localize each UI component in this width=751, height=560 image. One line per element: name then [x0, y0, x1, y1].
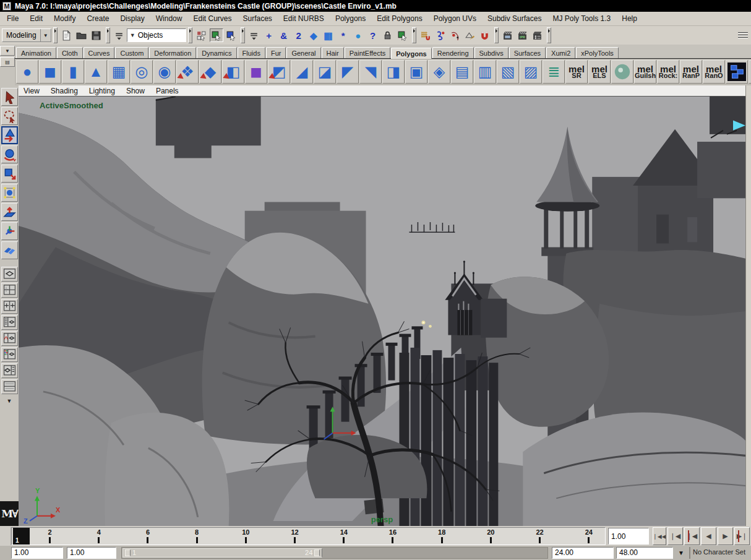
- panel-menu-lighting[interactable]: Lighting: [89, 87, 121, 95]
- layout-outliner-persp-button[interactable]: [1, 315, 18, 330]
- select-hierarchy-icon[interactable]: [195, 28, 208, 42]
- perspective-viewport[interactable]: Y X Z ActiveSmoothed persp: [19, 97, 745, 526]
- status-section-divider[interactable]: [241, 27, 245, 43]
- collapse-section-icon[interactable]: [113, 28, 126, 42]
- menu-modify[interactable]: Modify: [48, 13, 81, 24]
- time-slider[interactable]: 1 24681012141618202224: [11, 527, 606, 545]
- snap-point-toggle-icon[interactable]: 2: [292, 28, 306, 42]
- menu-mj-poly-tools-1-3[interactable]: MJ Poly Tools 1.3: [547, 13, 616, 24]
- poly-flip-icon[interactable]: ◢: [291, 60, 313, 84]
- chevron-down-icon[interactable]: ▼: [40, 29, 51, 41]
- poly-mirror-icon[interactable]: ◨: [382, 60, 405, 84]
- construction-history-icon[interactable]: ●: [351, 28, 365, 42]
- range-start-handle[interactable]: [125, 549, 131, 556]
- shelf-tab-deformation[interactable]: Deformation: [149, 47, 196, 58]
- lasso-select-tool[interactable]: [1, 107, 18, 125]
- menu-set-selector[interactable]: Modeling ▼: [2, 28, 51, 42]
- status-section-divider[interactable]: [547, 27, 551, 43]
- menu-file[interactable]: File: [1, 13, 24, 24]
- menu-surfaces[interactable]: Surfaces: [237, 13, 277, 24]
- select-tool[interactable]: [1, 88, 18, 106]
- shelf-tab-custom[interactable]: Custom: [115, 47, 148, 58]
- save-scene-icon[interactable]: [90, 28, 103, 42]
- scale-tool[interactable]: [1, 165, 18, 183]
- poly-combine-icon[interactable]: ▥: [474, 60, 496, 84]
- menu-edit[interactable]: Edit: [24, 13, 48, 24]
- right-panel-strip[interactable]: [745, 85, 751, 526]
- move-tool[interactable]: [1, 126, 18, 144]
- shelf-tab-fur[interactable]: Fur: [266, 47, 286, 58]
- menu-display[interactable]: Display: [114, 13, 150, 24]
- poly-cut-icon[interactable]: ◧: [222, 60, 244, 84]
- poly-cube-icon[interactable]: ◼: [39, 60, 61, 84]
- status-section-divider[interactable]: [412, 27, 416, 43]
- layout-two-stacked-button[interactable]: [1, 379, 18, 394]
- ipr-render-icon[interactable]: IPR: [516, 28, 530, 42]
- render-globals-icon[interactable]: [531, 28, 544, 42]
- snap-to-view-planes-icon[interactable]: [463, 28, 477, 42]
- shelf-tab-curves[interactable]: Curves: [84, 47, 115, 58]
- shelf-tab-general[interactable]: General: [286, 47, 320, 58]
- snap-plane-toggle-icon[interactable]: ◆: [307, 28, 320, 42]
- poly-extrude-icon[interactable]: ◆: [199, 60, 221, 84]
- status-section-divider[interactable]: [53, 27, 58, 43]
- collapse-section-icon[interactable]: [247, 28, 261, 42]
- layout-four-view-button[interactable]: [1, 283, 18, 298]
- selection-mask-field[interactable]: ▼Objects: [127, 28, 186, 42]
- status-section-divider[interactable]: [188, 27, 192, 43]
- playback-end-field[interactable]: [552, 547, 614, 559]
- poly-boolean-icon[interactable]: ▧: [497, 60, 519, 84]
- snap-grid-toggle-icon[interactable]: +: [262, 28, 276, 42]
- poly-cylinder-icon[interactable]: ▮: [62, 60, 84, 84]
- poly-torus-icon[interactable]: ◎: [131, 60, 153, 84]
- new-scene-icon[interactable]: [60, 28, 74, 42]
- shelf-tab-painteffects[interactable]: PaintEffects: [345, 47, 391, 58]
- live-surface-icon[interactable]: ▦: [322, 28, 335, 42]
- mel-script-sr-button[interactable]: melSR: [565, 60, 588, 84]
- menu-edit-curves[interactable]: Edit Curves: [187, 13, 237, 24]
- shelf-tab-hair[interactable]: Hair: [322, 47, 344, 58]
- shelf-tab-polygons[interactable]: Polygons: [391, 48, 432, 59]
- rotate-tool[interactable]: [1, 145, 18, 163]
- shelf-tab-surfaces[interactable]: Surfaces: [509, 47, 546, 58]
- character-set-menu[interactable]: No Character Set: [689, 547, 748, 559]
- show-hide-ui-toggle-icon[interactable]: [738, 28, 748, 42]
- poly-separate-icon[interactable]: ▤: [451, 60, 473, 84]
- help-line-icon[interactable]: ?: [366, 28, 380, 42]
- poly-poke-icon[interactable]: ◤: [337, 60, 359, 84]
- panel-menu-shading[interactable]: Shading: [51, 87, 84, 95]
- poly-smooth-proxy-icon[interactable]: ◼: [245, 60, 267, 84]
- menu-edit-polygons[interactable]: Edit Polygons: [371, 13, 427, 24]
- make-live-icon[interactable]: [478, 28, 492, 42]
- shelf-tab-xumi2[interactable]: Xumi2: [546, 47, 575, 58]
- shelf-tab-cloth[interactable]: Cloth: [57, 47, 83, 58]
- shelf-tab-subdivs[interactable]: Subdivs: [474, 47, 509, 58]
- poly-subdivide-icon[interactable]: ❖: [176, 60, 199, 84]
- layout-graph-persp-button[interactable]: [1, 331, 18, 346]
- play-forwards-button[interactable]: ▶: [718, 527, 733, 545]
- poly-extract-icon[interactable]: ◈: [428, 60, 450, 84]
- poly-sphere-icon[interactable]: ●: [16, 60, 38, 84]
- input-connections-icon[interactable]: *: [337, 28, 350, 42]
- menu-window[interactable]: Window: [150, 13, 188, 24]
- render-current-frame-icon[interactable]: [501, 28, 515, 42]
- current-frame-indicator[interactable]: 1: [13, 528, 30, 545]
- menu-help[interactable]: Help: [616, 13, 643, 24]
- range-slider-track[interactable]: 1 24: [121, 547, 548, 559]
- last-tool-used[interactable]: [1, 241, 18, 259]
- step-forward-frame-button[interactable]: ▶❘: [734, 527, 750, 545]
- snap-curve-toggle-icon[interactable]: &: [277, 28, 291, 42]
- shelf-tab-dynamics[interactable]: Dynamics: [197, 47, 236, 58]
- shelf-tab-xpolytools[interactable]: xPolyTools: [576, 47, 619, 58]
- select-object-icon[interactable]: [210, 28, 223, 42]
- step-back-key-button[interactable]: ❘◀: [684, 527, 700, 545]
- layout-persp-outliner-button[interactable]: [1, 363, 18, 378]
- mel-script-ranp-button[interactable]: melRanP: [680, 60, 702, 84]
- menu-edit-nurbs[interactable]: Edit NURBS: [278, 13, 330, 24]
- step-back-frame-button[interactable]: ❘◀: [667, 527, 683, 545]
- lock-icon[interactable]: [381, 28, 395, 42]
- panel-menu-view[interactable]: View: [24, 87, 46, 95]
- playback-start-field[interactable]: [67, 547, 116, 559]
- menu-subdiv-surfaces[interactable]: Subdiv Surfaces: [482, 13, 547, 24]
- layout-single-persp-button[interactable]: [1, 267, 18, 282]
